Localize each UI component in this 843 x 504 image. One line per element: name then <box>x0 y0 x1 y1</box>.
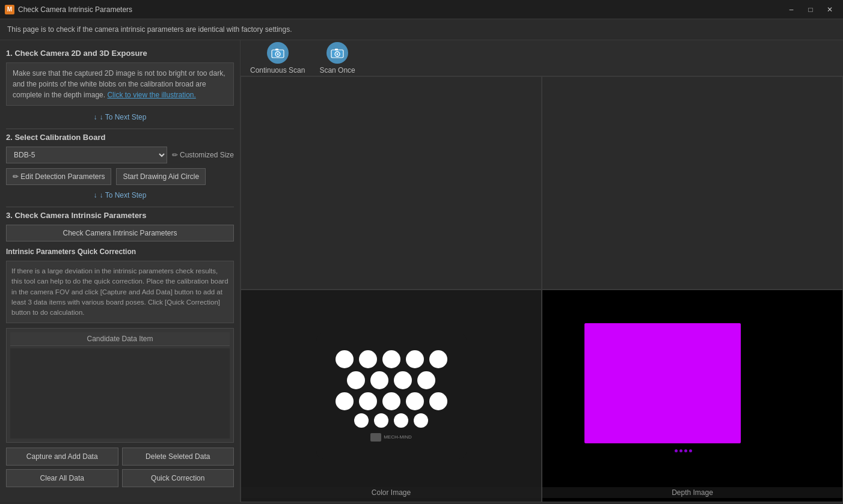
step2-title: 2. Select Calibration Board <box>6 133 234 142</box>
check-params-button[interactable]: Check Camera Intrinsic Parameters <box>6 225 234 241</box>
right-panel: Continuous Scan Scan Once <box>241 40 843 502</box>
action-buttons-grid: Capture and Add Data Delete Seleted Data… <box>6 448 234 487</box>
intrinsic-section: Intrinsic Parameters Quick Correction If… <box>6 247 234 487</box>
svg-point-3 <box>277 53 278 55</box>
minimize-button[interactable]: – <box>783 4 800 16</box>
step1-info-box: Make sure that the captured 2D image is … <box>6 62 234 106</box>
next-step-1-arrow: ↓ <box>94 113 97 121</box>
scan-once-icon <box>326 42 348 64</box>
next-step-2-button[interactable]: ↓ ↓ To Next Step <box>6 189 234 202</box>
candidate-data-box: Candidate Data Item <box>6 328 234 443</box>
capture-add-button[interactable]: Capture and Add Data <box>6 448 118 466</box>
depth-image-content <box>542 290 842 502</box>
separator-2 <box>6 207 234 207</box>
separator-1 <box>6 129 234 129</box>
step1-link[interactable]: Click to view the illustration. <box>107 91 195 99</box>
next-step-1-label: ↓ To Next Step <box>100 113 147 121</box>
drawing-aid-button[interactable]: Start Drawing Aid Circle <box>116 168 206 185</box>
delete-selected-button[interactable]: Delete Seleted Data <box>122 448 235 466</box>
color-image-placeholder: MECH-MIND <box>241 290 541 502</box>
window-controls: – □ ✕ <box>783 4 838 16</box>
scan-once-item[interactable]: Scan Once <box>319 42 355 74</box>
close-button[interactable]: ✕ <box>821 4 838 16</box>
continuous-scan-icon <box>267 42 289 64</box>
top-left-cell <box>241 76 542 290</box>
edit-detection-button[interactable]: ✏ Edit Detection Parameters <box>6 168 111 185</box>
step2-buttons-row: ✏ Edit Detection Parameters Start Drawin… <box>6 168 234 185</box>
quick-correction-button[interactable]: Quick Correction <box>122 469 235 487</box>
left-panel: 1. Check Camera 2D and 3D Exposure Make … <box>0 40 241 502</box>
continuous-scan-item[interactable]: Continuous Scan <box>250 42 305 74</box>
toolbar: Continuous Scan Scan Once <box>241 40 843 76</box>
color-image-label: Color Image <box>241 487 541 498</box>
step3-title: 3. Check Camera Intrinsic Parameters <box>6 211 234 220</box>
app-icon: M <box>5 5 14 14</box>
next-step-1-button[interactable]: ↓ ↓ To Next Step <box>6 111 234 124</box>
top-right-cell <box>542 76 843 290</box>
svg-point-7 <box>337 53 339 55</box>
svg-rect-2 <box>275 49 278 50</box>
candidate-title: Candidate Data Item <box>10 332 230 346</box>
window-title: Check Camera Intrinsic Parameters <box>18 5 132 14</box>
subtitle-bar: This page is to check if the camera intr… <box>0 19 843 40</box>
clear-all-button[interactable]: Clear All Data <box>6 469 118 487</box>
maximize-button[interactable]: □ <box>802 4 819 16</box>
svg-rect-6 <box>335 49 338 50</box>
continuous-scan-label: Continuous Scan <box>250 66 305 74</box>
calibration-board-row: BDB-5 ✏ Customized Size <box>6 147 234 163</box>
candidate-content-area <box>10 348 230 439</box>
subtitle-text: This page is to check if the camera intr… <box>7 25 292 34</box>
color-image-cell: MECH-MIND Color Image <box>241 290 542 503</box>
calibration-board-dropdown[interactable]: BDB-5 <box>6 147 167 163</box>
step1-title: 1. Check Camera 2D and 3D Exposure <box>6 49 234 58</box>
intrinsic-section-title: Intrinsic Parameters Quick Correction <box>6 247 234 256</box>
customized-size-button[interactable]: ✏ Customized Size <box>172 151 234 159</box>
depth-image-cell: Depth Image <box>542 290 843 503</box>
depth-image-label: Depth Image <box>542 487 842 498</box>
images-area: MECH-MIND Color Image <box>241 76 843 502</box>
intrinsic-info-text: If there is a large deviation in the int… <box>6 261 234 323</box>
title-bar: M Check Camera Intrinsic Parameters – □ … <box>0 0 843 19</box>
next-step-2-label: ↓ To Next Step <box>100 191 147 199</box>
next-step-2-arrow: ↓ <box>94 191 97 199</box>
scan-once-label: Scan Once <box>319 66 355 74</box>
